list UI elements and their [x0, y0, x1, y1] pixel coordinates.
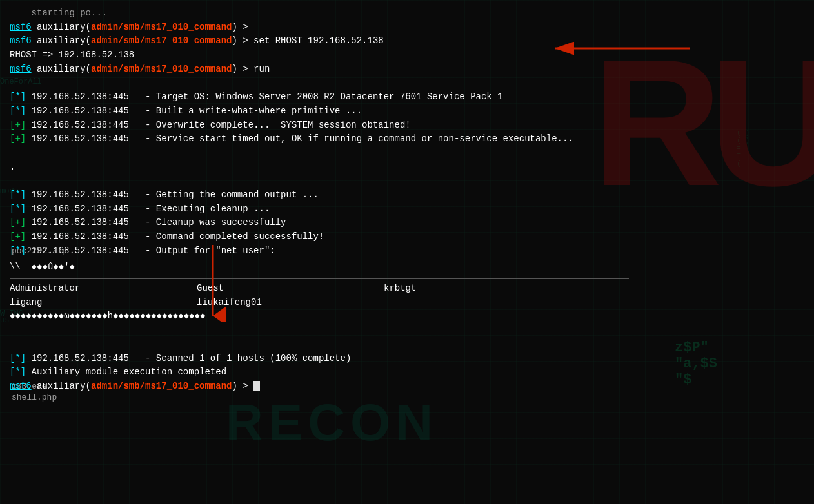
- line-output-net-user: [*] 192.168.52.138:445 - Output for "net…: [10, 244, 804, 258]
- arrow-down-indicator: [187, 245, 239, 322]
- line-scanned: [*] 192.168.52.138:445 - Scanned 1 of 1 …: [10, 352, 804, 366]
- line-final-prompt: msf6 auxiliary(admin/smb/ms17_010_comman…: [10, 380, 804, 394]
- garbled-line-2: ◆◆◆◆◆◆◆◆◆◆ω◆◆◆◆◆◆◆h◆◆◆◆◆◆◆◆◆◆◆◆◆◆◆◆◆: [10, 309, 804, 324]
- module-name-3: admin/smb/ms17_010_command: [91, 64, 232, 74]
- user-administrator: Administrator: [10, 282, 197, 296]
- line-blank-3: [10, 174, 804, 188]
- module-name-2: admin/smb/ms17_010_command: [91, 35, 232, 46]
- terminal-cursor: [253, 381, 260, 391]
- msf-prompt-final: msf6: [10, 381, 32, 391]
- terminal: starting po... msf6 auxiliary(admin/smb/…: [0, 0, 814, 504]
- line-blank-5: [10, 338, 804, 352]
- line-service-timed-out: [+] 192.168.52.138:445 - Service start t…: [10, 132, 804, 146]
- line-target-os: [*] 192.168.52.138:445 - Target OS: Wind…: [10, 90, 804, 104]
- line-executing-cleanup: [*] 192.168.52.138:445 - Executing clean…: [10, 202, 804, 217]
- line-blank-1: [10, 76, 804, 90]
- msf-prompt-3: msf6: [10, 64, 32, 74]
- line-aux-complete: [*] Auxiliary module execution completed: [10, 365, 804, 380]
- line-write-primitive: [*] 192.168.52.138:445 - Built a write-w…: [10, 104, 804, 119]
- module-name-final: admin/smb/ms17_010_command: [91, 381, 232, 391]
- line-dot: .: [10, 160, 804, 175]
- user-ligang: ligang: [10, 296, 197, 310]
- arrow-right-indicator: [548, 35, 697, 61]
- separator-line: [10, 278, 629, 279]
- module-name-1: admin/smb/ms17_010_command: [91, 22, 232, 32]
- line-msf-blank: msf6 auxiliary(admin/smb/ms17_010_comman…: [10, 21, 804, 35]
- line-overwrite-complete: [+] 192.168.52.138:445 - Overwrite compl…: [10, 119, 804, 133]
- msf-prompt-1: msf6: [10, 22, 32, 32]
- line-run: msf6 auxiliary(admin/smb/ms17_010_comman…: [10, 63, 804, 77]
- file-label-poc: poc2222.zip: [12, 245, 67, 258]
- msf-prompt-2: msf6: [10, 35, 32, 46]
- user-table: Administrator Guest krbtgt: [10, 282, 804, 296]
- garbled-line: \\ ◆◆◆û◆◆'◆: [10, 260, 804, 275]
- garbled-text: \\ ◆◆◆û◆◆'◆: [10, 260, 804, 275]
- user-empty: [384, 296, 571, 310]
- user-krbtgt: krbtgt: [384, 282, 571, 296]
- line-cmd-completed: [+] 192.168.52.138:445 - Command complet…: [10, 230, 804, 244]
- line-starting: starting po...: [10, 6, 804, 21]
- user-table-row2: ligang liukaifeng01: [10, 296, 804, 310]
- line-cleanup-success: [+] 192.168.52.138:445 - Cleanup was suc…: [10, 216, 804, 230]
- line-blank-2: [10, 146, 804, 160]
- line-getting-output: [*] 192.168.52.138:445 - Getting the com…: [10, 188, 804, 202]
- line-blank-4: [10, 324, 804, 338]
